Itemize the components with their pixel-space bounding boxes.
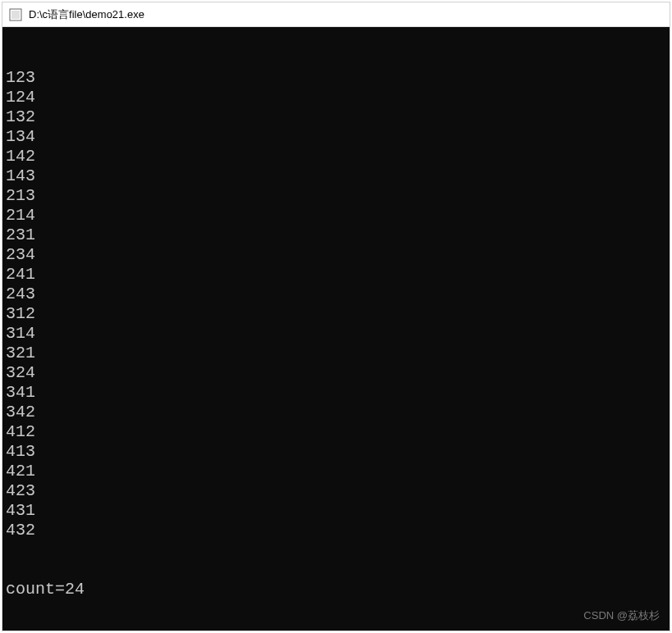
output-line: 413 <box>6 442 666 462</box>
svg-rect-1 <box>11 11 20 19</box>
output-line: 341 <box>6 383 666 403</box>
output-line: 342 <box>6 403 666 422</box>
console-window: D:\c语言file\demo21.exe 123124132134142143… <box>2 2 670 631</box>
count-line: count=24 <box>6 580 666 599</box>
output-line: 423 <box>6 481 666 501</box>
output-line: 241 <box>6 265 666 285</box>
terminal-output[interactable]: 1231241321341421432132142312342412433123… <box>2 27 670 631</box>
output-line: 312 <box>6 304 666 324</box>
app-icon <box>9 8 22 21</box>
output-line: 142 <box>6 147 666 166</box>
output-line: 134 <box>6 127 666 147</box>
output-line: 432 <box>6 521 666 540</box>
window-title: D:\c语言file\demo21.exe <box>29 7 144 22</box>
output-line: 213 <box>6 186 666 206</box>
output-line: 421 <box>6 462 666 481</box>
output-line: 321 <box>6 344 666 363</box>
output-line: 234 <box>6 245 666 265</box>
output-line: 123 <box>6 68 666 88</box>
output-line: 314 <box>6 324 666 344</box>
watermark: CSDN @荔枝杉 <box>583 606 660 626</box>
output-line: 132 <box>6 107 666 127</box>
output-line: 124 <box>6 88 666 107</box>
output-line: 412 <box>6 422 666 442</box>
output-line: 143 <box>6 166 666 186</box>
output-line: 214 <box>6 206 666 225</box>
output-line: 431 <box>6 501 666 521</box>
titlebar[interactable]: D:\c语言file\demo21.exe <box>2 2 670 27</box>
output-line: 243 <box>6 285 666 304</box>
output-lines: 1231241321341421432132142312342412433123… <box>6 68 666 540</box>
output-line: 324 <box>6 363 666 383</box>
output-line: 231 <box>6 225 666 245</box>
